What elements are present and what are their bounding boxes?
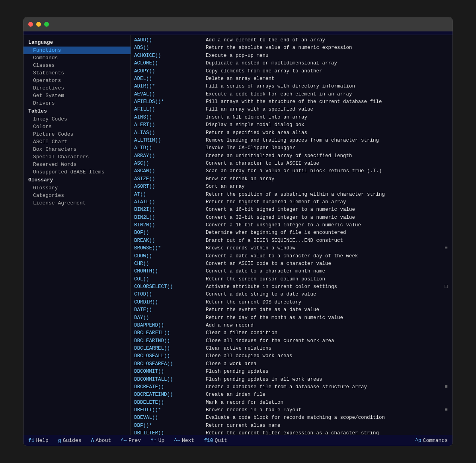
function-row[interactable]: ARRAY()Create an uninitialized array of … xyxy=(134,152,449,160)
sidebar-item-operators[interactable]: Operators xyxy=(23,77,131,84)
function-row[interactable]: ALTD()Invoke The CA-Clipper Debugger xyxy=(134,144,449,152)
sidebar-item-unsupporteddbase[interactable]: Unsupported dBASE Items xyxy=(23,168,131,176)
function-row[interactable]: BOF()Determine when beginning of file is… xyxy=(134,229,449,237)
status-item-f10[interactable]: f10Quit xyxy=(204,438,227,444)
function-row[interactable]: ASCAN()Scan an array for a value or unti… xyxy=(134,167,449,175)
function-row[interactable]: CDOW()Convert a date value to a characte… xyxy=(134,253,449,260)
status-item-A[interactable]: AAbout xyxy=(91,438,111,444)
function-row[interactable]: CHR()Convert an ASCII code to a characte… xyxy=(134,260,449,268)
function-name: DBCREATEIND() xyxy=(134,391,206,399)
function-row[interactable]: DBCLOSEALL()Close all occupied work area… xyxy=(134,352,449,360)
maximize-button[interactable] xyxy=(44,22,49,27)
function-row[interactable]: DBDELETE()Mark a record for deletion xyxy=(134,399,449,407)
function-row[interactable]: BROWSE()*Browse records within a window≡ xyxy=(134,245,449,252)
sidebar-item-colors[interactable]: Colors xyxy=(23,123,131,130)
function-row[interactable]: DBEDIT()*Browse records in a table layou… xyxy=(134,407,449,414)
function-row[interactable]: CMONTH()Convert a date to a character mo… xyxy=(134,268,449,275)
function-row[interactable]: DBCOMMITALL()Flush pending updates in al… xyxy=(134,376,449,383)
function-row[interactable]: DBAPPEND()Add a new record xyxy=(134,322,449,329)
function-row[interactable]: DBCREATE()Create a database file from a … xyxy=(134,383,449,391)
sidebar-item-licenseagreement[interactable]: License Agreement xyxy=(23,199,131,207)
status-key: ^↑ xyxy=(150,438,157,444)
function-row[interactable]: AT()Return the position of a substring w… xyxy=(134,191,449,198)
function-row[interactable]: BREAK()Branch out of a BEGIN SEQUENCE...… xyxy=(134,237,449,245)
sidebar-item-getsystem[interactable]: Get System xyxy=(23,92,131,99)
sidebar-item-asciichart[interactable]: ASCII Chart xyxy=(23,138,131,146)
main-panel[interactable]: AADD()Add a new element to the end of an… xyxy=(131,35,453,435)
function-row[interactable]: COL()Return the screen cursor column pos… xyxy=(134,276,449,283)
sidebar-item-commands[interactable]: Commands xyxy=(23,54,131,62)
sidebar-item-classes[interactable]: Classes xyxy=(23,62,131,69)
function-name: ALTD() xyxy=(134,144,206,152)
function-row[interactable]: DBCLEARREL()Clear active relations xyxy=(134,345,449,352)
function-row[interactable]: AEVAL()Execute a code block for each ele… xyxy=(134,91,449,98)
function-row[interactable]: DBFILTER()Return the current filter expr… xyxy=(134,430,449,435)
function-row[interactable]: ALLTRIM()Remove leading and trailing spa… xyxy=(134,137,449,144)
function-description: Clear a filter condition xyxy=(206,329,449,337)
function-row[interactable]: ALIAS()Return a specified work area alia… xyxy=(134,129,449,137)
status-item-f1[interactable]: f1Help xyxy=(28,438,49,444)
sidebar-item-reservedwords[interactable]: Reserved Words xyxy=(23,161,131,168)
status-item-[interactable]: ^←Prev xyxy=(121,438,141,444)
function-row[interactable]: COLORSELECT()Activate attribute in curre… xyxy=(134,283,449,291)
function-description: Copy elements from one array to another xyxy=(206,68,449,75)
close-button[interactable] xyxy=(28,22,33,27)
function-row[interactable]: BIN2W()Convert a 16-bit unsigned integer… xyxy=(134,222,449,229)
function-row[interactable]: DAY()Return the day of the month as a nu… xyxy=(134,314,449,322)
function-row[interactable]: AADD()Add a new element to the end of an… xyxy=(134,37,449,44)
function-description: Display a simple modal dialog box xyxy=(206,121,449,129)
function-name: CTOD() xyxy=(134,291,206,298)
function-row[interactable]: DBCLOSEAREA()Close a work area xyxy=(134,360,449,368)
function-row[interactable]: AFILL()Fill an array with a specified va… xyxy=(134,106,449,113)
sidebar-item-drivers[interactable]: Drivers xyxy=(23,99,131,107)
function-name: DBDELETE() xyxy=(134,399,206,407)
function-row[interactable]: DBCLEARIND()Close all indexes for the cu… xyxy=(134,337,449,345)
function-row[interactable]: BIN2L()Convert a 32-bit signed integer t… xyxy=(134,214,449,222)
function-icon: ≡ xyxy=(443,407,449,414)
function-row[interactable]: CURDIR()Return the current DOS directory xyxy=(134,299,449,306)
function-row[interactable]: ABS()Return the absolute value of a nume… xyxy=(134,44,449,52)
sidebar-item-inkeycodes[interactable]: Inkey Codes xyxy=(23,115,131,123)
function-description: Convert a date to a character month name xyxy=(206,268,449,275)
function-row[interactable]: AINS()Insert a NIL element into an array xyxy=(134,114,449,121)
function-row[interactable]: DBCOMMIT()Flush pending updates xyxy=(134,368,449,375)
function-row[interactable]: DATE()Return the system date as a date v… xyxy=(134,306,449,314)
function-row[interactable]: ASC()Convert a character to its ASCII va… xyxy=(134,160,449,167)
function-row[interactable]: ADIR()*Fill a series of arrays with dire… xyxy=(134,83,449,90)
function-row[interactable]: DBEVAL()Evaluate a code block for record… xyxy=(134,414,449,422)
function-row[interactable]: CTOD()Convert a date string to a date va… xyxy=(134,291,449,298)
function-description: Duplicate a nested or multidimensional a… xyxy=(206,60,449,67)
function-row[interactable]: ASIZE()Grow or shrink an array xyxy=(134,175,449,183)
sidebar-item-statements[interactable]: Statements xyxy=(23,69,131,77)
function-row[interactable]: ADEL()Delete an array element xyxy=(134,75,449,83)
sidebar-item-functions[interactable]: Functions xyxy=(23,47,131,54)
sidebar-item-glossary[interactable]: Glossary xyxy=(23,184,131,192)
function-row[interactable]: DBF()*Return current alias name xyxy=(134,422,449,430)
status-item-g[interactable]: gGuides xyxy=(58,438,82,444)
status-item-[interactable]: ^→Next xyxy=(174,438,194,444)
sidebar-item-boxcharacters[interactable]: Box Characters xyxy=(23,146,131,153)
function-description: Fill arrays with the structure of the cu… xyxy=(206,98,449,106)
function-row[interactable]: ACLONE()Duplicate a nested or multidimen… xyxy=(134,60,449,67)
status-key: A xyxy=(91,438,94,444)
sidebar-item-specialcharacters[interactable]: Special Characters xyxy=(23,153,131,161)
titlebar xyxy=(23,17,453,31)
status-item-[interactable]: ^↑Up xyxy=(150,438,164,444)
sidebar-item-directives[interactable]: Directives xyxy=(23,84,131,92)
function-row[interactable]: ALERT()Display a simple modal dialog box xyxy=(134,121,449,129)
function-row[interactable]: ACHOICE()Execute a pop-up menu xyxy=(134,52,449,60)
function-row[interactable]: ACOPY()Copy elements from one array to a… xyxy=(134,68,449,75)
function-row[interactable]: BIN2I()Convert a 16-bit signed integer t… xyxy=(134,206,449,214)
function-name: AEVAL() xyxy=(134,91,206,98)
function-name: DATE() xyxy=(134,306,206,314)
function-row[interactable]: ASORT()Sort an array xyxy=(134,183,449,191)
sidebar-item-picturecodes[interactable]: Picture Codes xyxy=(23,130,131,138)
status-right[interactable]: ^pCommands xyxy=(415,438,448,444)
function-row[interactable]: DBCREATEIND()Create an index file xyxy=(134,391,449,399)
minimize-button[interactable] xyxy=(36,22,41,27)
function-name: ASC() xyxy=(134,160,206,167)
function-row[interactable]: AFIELDS()*Fill arrays with the structure… xyxy=(134,98,449,106)
sidebar-item-categories[interactable]: Categories xyxy=(23,192,131,199)
function-row[interactable]: DBCLEARFIL()Clear a filter condition xyxy=(134,329,449,337)
function-row[interactable]: ATAIL()Return the highest numbered eleme… xyxy=(134,198,449,206)
